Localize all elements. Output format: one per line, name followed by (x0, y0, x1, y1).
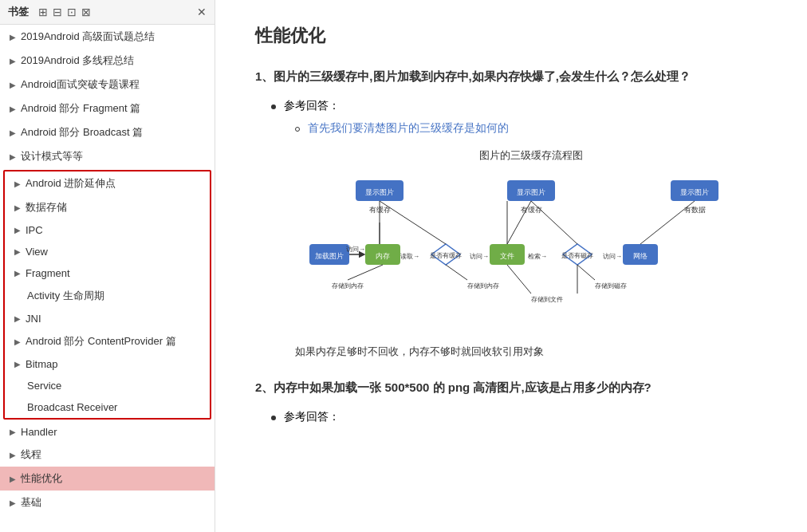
flowchart-svg: 显示图片 显示图片 显示图片 有缓存 有缓存 有数据 加载图片 访问→ 内存 读… (308, 172, 754, 332)
svg-text:是否有磁存: 是否有磁存 (561, 252, 593, 259)
sidebar-item-18[interactable]: ▶ Handler (0, 421, 215, 443)
sidebar-item-11[interactable]: ▶ Fragment (5, 262, 210, 284)
sidebar-item-label: Bitmap (26, 358, 57, 370)
sub-bullet-circle (295, 127, 300, 132)
bullet-item-1: 参考回答： (255, 99, 767, 113)
sidebar-item-9[interactable]: ▶ IPC (5, 219, 210, 241)
sidebar-item-10[interactable]: ▶ View (5, 241, 210, 262)
sidebar-item-label: Handler (21, 426, 57, 438)
flowchart-title: 图片的三级缓存流程图 (479, 148, 583, 163)
svg-line-42 (577, 265, 595, 280)
view-icon2[interactable]: ⊟ (53, 6, 62, 18)
arrow-icon: ▶ (14, 360, 21, 368)
sidebar-item-17[interactable]: Broadcast Receiver (5, 396, 210, 418)
sidebar-item-15[interactable]: ▶ Bitmap (5, 353, 210, 375)
svg-text:显示图片: 显示图片 (517, 188, 545, 196)
sidebar-item-12[interactable]: Activity 生命周期 (5, 284, 210, 308)
svg-text:存储到文件: 存储到文件 (531, 296, 563, 303)
view-icon1[interactable]: ⊞ (38, 6, 48, 18)
sidebar-item-label: IPC (26, 224, 43, 236)
sidebar-item-label: Android 部分 ContentProvider 篇 (26, 334, 176, 349)
bullet-dot (271, 104, 276, 109)
svg-text:内存: 内存 (376, 252, 390, 260)
view-icon4[interactable]: ⊠ (81, 6, 91, 18)
main-content: 性能优化 1、图片的三级缓存中,图片加载到内存中,如果内存快爆了,会发生什么？怎… (215, 0, 807, 532)
arrow-icon: ▶ (14, 203, 21, 212)
arrow-icon: ▶ (10, 152, 16, 161)
sidebar-item-label: Android 进阶延伸点 (26, 176, 116, 191)
arrow-icon: ▶ (14, 226, 21, 234)
sidebar-item-20[interactable]: ▶ 性能优化 (0, 467, 215, 491)
sidebar-item-8[interactable]: ▶ 数据存储 (5, 195, 210, 219)
svg-line-30 (507, 201, 531, 244)
arrow-icon: ▶ (14, 179, 21, 188)
sidebar-item-label: Android面试突破专题课程 (21, 77, 140, 92)
sidebar-item-7[interactable]: ▶ Android 进阶延伸点 (5, 171, 210, 195)
svg-text:有缓存: 有缓存 (521, 206, 542, 214)
sidebar-item-21[interactable]: ▶ 基础 (0, 491, 215, 514)
arrow-icon: ▶ (10, 104, 16, 113)
sidebar-item-label: Activity 生命周期 (27, 289, 104, 303)
bullet-item-2: 参考回答： (255, 410, 767, 424)
svg-text:文件: 文件 (500, 252, 514, 260)
flowchart-container: 图片的三级缓存流程图 显示图片 显示图片 显示图片 有缓存 有缓存 有数据 加载… (295, 148, 767, 332)
section1-heading: 1、图片的三级缓存中,图片加载到内存中,如果内存快爆了,会发生什么？怎么处理？ (255, 67, 767, 86)
svg-text:访问→: 访问→ (603, 253, 622, 260)
sidebar-item-1[interactable]: ▶ 2019Android 高级面试题总结 (0, 25, 215, 49)
close-icon[interactable]: ✕ (197, 6, 207, 18)
sidebar: 书签 ⊞ ⊟ ⊡ ⊠ ✕ ▶ 2019Android 高级面试题总结 ▶ 201… (0, 0, 215, 532)
sidebar-group-border: ▶ Android 进阶延伸点 ▶ 数据存储 ▶ IPC ▶ View ▶ Fr… (3, 170, 211, 420)
sidebar-item-label: 数据存储 (26, 200, 67, 215)
svg-text:访问→: 访问→ (470, 253, 489, 260)
sidebar-header-icons: ⊞ ⊟ ⊡ ⊠ (38, 6, 91, 18)
svg-text:网络: 网络 (633, 252, 648, 260)
arrow-icon: ▶ (10, 57, 16, 65)
section2: 2、内存中如果加载一张 500*500 的 png 高清图片,应该是占用多少的内… (255, 378, 767, 424)
arrow-icon: ▶ (10, 81, 16, 89)
arrow-icon: ▶ (10, 128, 16, 137)
sidebar-item-label: 2019Android 高级面试题总结 (21, 30, 155, 44)
svg-text:是否有缓存: 是否有缓存 (430, 252, 462, 259)
svg-line-32 (380, 201, 446, 244)
arrow-icon: ▶ (10, 33, 16, 41)
sidebar-item-label: Android 部分 Fragment 篇 (21, 101, 140, 116)
sidebar-item-2[interactable]: ▶ 2019Android 多线程总结 (0, 49, 215, 73)
sidebar-item-16[interactable]: Service (5, 375, 210, 396)
sidebar-item-label: JNI (26, 313, 41, 325)
svg-line-39 (507, 265, 531, 294)
note-text: 如果内存足够时不回收，内存不够时就回收软引用对象 (295, 345, 767, 359)
svg-text:显示图片: 显示图片 (365, 188, 394, 196)
sidebar-item-label: Broadcast Receiver (27, 401, 117, 413)
sub-bullet-1: 首先我们要清楚图片的三级缓存是如何的 (255, 121, 767, 136)
sidebar-item-6[interactable]: ▶ 设计模式等等 (0, 144, 215, 168)
view-icon3[interactable]: ⊡ (67, 6, 77, 18)
svg-line-31 (640, 201, 695, 244)
sidebar-item-label: Android 部分 Broadcast 篇 (21, 125, 143, 140)
svg-text:存储到内存: 存储到内存 (332, 282, 364, 290)
sidebar-list: ▶ 2019Android 高级面试题总结 ▶ 2019Android 多线程总… (0, 25, 215, 532)
sidebar-item-5[interactable]: ▶ Android 部分 Broadcast 篇 (0, 120, 215, 144)
sidebar-item-3[interactable]: ▶ Android面试突破专题课程 (0, 73, 215, 97)
bullet-dot-2 (271, 416, 276, 420)
sidebar-item-label: 设计模式等等 (21, 149, 83, 164)
svg-text:存储到内存: 存储到内存 (467, 282, 499, 290)
sidebar-item-label: 性能优化 (21, 471, 62, 486)
sidebar-item-14[interactable]: ▶ Android 部分 ContentProvider 篇 (5, 329, 210, 353)
svg-line-35 (348, 265, 383, 280)
arrow-icon: ▶ (14, 314, 21, 323)
svg-text:读取→: 读取→ (400, 253, 419, 260)
svg-line-33 (531, 201, 577, 244)
bullet-text-2: 参考回答： (284, 410, 340, 424)
page-title: 性能优化 (255, 24, 767, 48)
svg-text:存储到磁存: 存储到磁存 (595, 282, 627, 290)
arrow-icon: ▶ (10, 428, 16, 436)
sidebar-item-4[interactable]: ▶ Android 部分 Fragment 篇 (0, 97, 215, 120)
sidebar-item-label: Fragment (26, 267, 70, 279)
sidebar-item-19[interactable]: ▶ 线程 (0, 443, 215, 467)
svg-line-37 (446, 265, 467, 280)
sidebar-item-13[interactable]: ▶ JNI (5, 308, 210, 329)
svg-text:访问→: 访问→ (346, 246, 365, 253)
sidebar-item-label: 2019Android 多线程总结 (21, 53, 134, 68)
arrow-icon: ▶ (10, 475, 16, 483)
arrow-icon: ▶ (10, 451, 16, 459)
